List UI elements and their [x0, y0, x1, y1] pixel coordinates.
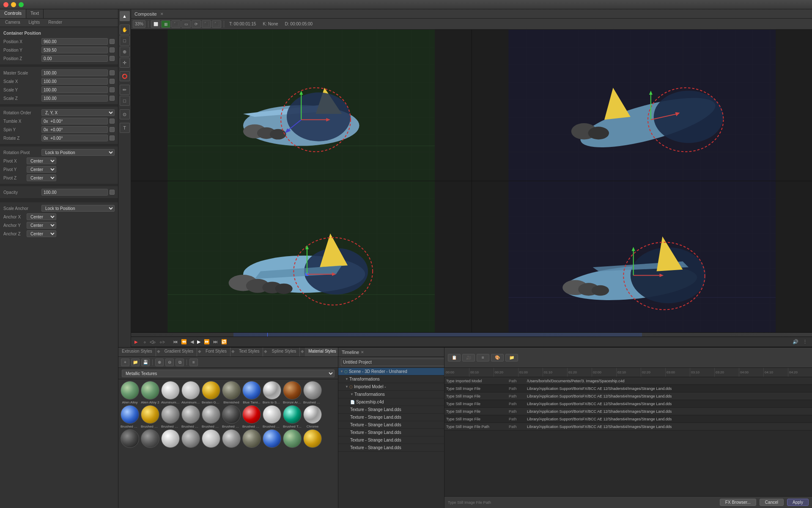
master-scale-checkbox[interactable] [110, 70, 115, 75]
tool-rect[interactable]: □ [120, 96, 130, 106]
material-item-28[interactable] [283, 429, 302, 449]
opacity-checkbox[interactable] [110, 190, 115, 195]
position-x-checkbox[interactable] [110, 39, 115, 44]
window-controls[interactable] [3, 2, 24, 7]
settings-btn[interactable]: ⋮ [801, 339, 809, 345]
scale-y-checkbox[interactable] [110, 87, 115, 92]
material-item-11[interactable]: Brushed Gold [140, 405, 160, 428]
material-item-7[interactable]: Born to Shine [262, 381, 282, 404]
style-tab-font[interactable]: Font Styles [202, 348, 230, 356]
mat-btn-add[interactable]: ⊕ [155, 359, 164, 366]
prev-keyframe-btn[interactable]: ◁⬦ [148, 339, 157, 345]
view-btn-7[interactable]: ⬛ [212, 20, 221, 28]
tool-eye[interactable]: ⊙ [120, 109, 130, 119]
material-item-29[interactable] [303, 429, 322, 449]
material-item-26[interactable] [242, 429, 261, 449]
tumble-x-input[interactable] [41, 118, 108, 124]
timeline-scrubber[interactable] [131, 332, 812, 337]
material-item-0[interactable]: Alien Alloy [120, 381, 140, 404]
material-item-1[interactable]: Alien Alloy 2 [140, 381, 160, 404]
tool-text[interactable]: T [120, 123, 130, 133]
view-btn-6[interactable]: ⬛ [202, 20, 211, 28]
material-item-22[interactable] [161, 429, 180, 449]
scale-z-checkbox[interactable] [110, 96, 115, 101]
data-row-3[interactable]: Type Still Image FilePathLibrary/Applica… [444, 400, 812, 408]
zoom-level[interactable]: 33% [133, 20, 145, 28]
anchor-x-select[interactable]: Center [27, 213, 56, 220]
position-x-input[interactable] [41, 38, 108, 45]
material-item-9[interactable]: Brushed Bl... [303, 381, 322, 404]
anchor-y-select[interactable]: Center [27, 222, 56, 229]
scale-anchor-select[interactable]: Lock to Position [41, 205, 115, 212]
style-tab-text[interactable]: Text Styles [236, 348, 263, 356]
material-item-19[interactable]: Chrome [303, 405, 322, 428]
mat-btn-dup[interactable]: ⧉ [176, 359, 184, 366]
go-start-btn[interactable]: ⏮ [172, 339, 179, 345]
data-color-btn[interactable]: 🎨 [491, 354, 504, 362]
data-row-5[interactable]: Type Still Image FilePathLibrary/Applica… [444, 415, 812, 423]
rotation-pivot-select[interactable]: Lock to Position [41, 149, 115, 156]
audio-btn[interactable]: 🔊 [791, 339, 800, 345]
position-z-checkbox[interactable] [110, 56, 115, 61]
data-list-btn[interactable]: ≡ [477, 354, 489, 362]
style-tab-gradient[interactable]: Gradient Styles [161, 348, 197, 356]
view-btn-3[interactable]: ⬛ [171, 20, 181, 28]
tool-hand[interactable]: ✋ [120, 25, 130, 35]
data-project-btn[interactable]: 📋 [448, 354, 461, 362]
rotate-z-checkbox[interactable] [110, 135, 115, 141]
close-button[interactable] [3, 2, 8, 7]
material-item-25[interactable] [222, 429, 241, 449]
spin-y-checkbox[interactable] [110, 127, 115, 132]
maximize-button[interactable] [19, 2, 24, 7]
play-btn[interactable]: ▶ [196, 339, 202, 345]
material-item-8[interactable]: Bronze Arm... [283, 381, 302, 404]
timeline-close-icon[interactable]: ✕ [361, 350, 364, 354]
material-item-15[interactable]: Brushed Me... [222, 405, 241, 428]
next-keyframe-btn[interactable]: ⬦▷ [158, 339, 167, 345]
scale-x-input[interactable] [41, 78, 108, 85]
material-item-27[interactable] [262, 429, 282, 449]
mat-btn-list[interactable]: ≡ [189, 359, 198, 366]
data-row-1[interactable]: Type Still Image FilePathLibrary/Applica… [444, 385, 812, 392]
master-scale-input[interactable] [41, 69, 108, 76]
pivot-x-select[interactable]: Center [27, 157, 56, 164]
apply-btn[interactable]: Apply [787, 499, 809, 506]
cancel-btn[interactable]: Cancel [760, 499, 784, 506]
material-item-20[interactable] [120, 429, 140, 449]
rotate-z-input[interactable] [41, 135, 108, 141]
step-forward-btn[interactable]: ⏩ [203, 339, 211, 345]
style-tab-extrusion[interactable]: Extrusion Styles [118, 348, 156, 356]
position-y-checkbox[interactable] [110, 47, 115, 52]
data-camera-btn[interactable]: 🎥 [462, 354, 475, 362]
material-item-2[interactable]: Aluminum B... [161, 381, 180, 404]
data-folder-btn[interactable]: 📁 [505, 354, 518, 362]
tool-pencil[interactable]: ✏ [120, 85, 130, 95]
viewport-bottom-right[interactable] [472, 181, 812, 332]
spin-y-input[interactable] [41, 126, 108, 133]
style-tab-spline[interactable]: Spline Styles [268, 348, 300, 356]
tool-transform[interactable]: ✛ [120, 58, 130, 68]
material-item-21[interactable] [140, 429, 160, 449]
rotation-order-select[interactable]: Z, Y, X [41, 109, 115, 116]
position-z-input[interactable] [41, 55, 108, 62]
play-back-btn[interactable]: ◀ [189, 339, 195, 345]
view-btn-2[interactable]: ▦ [161, 20, 170, 28]
material-item-4[interactable]: Beaten Gold [201, 381, 221, 404]
tab-controls[interactable]: Controls [0, 9, 26, 18]
position-y-input[interactable] [41, 47, 108, 53]
add-keyframe-btn[interactable]: ⬦ [142, 339, 148, 345]
sub-tab-camera[interactable]: Camera [2, 19, 24, 26]
material-item-5[interactable]: Blemished [222, 381, 241, 404]
tool-select[interactable]: ▲ [120, 11, 130, 21]
material-item-12[interactable]: Brushed Gr... [161, 405, 180, 428]
scale-x-checkbox[interactable] [110, 79, 115, 84]
view-btn-4[interactable]: ▭ [181, 20, 191, 28]
mat-btn-new[interactable]: + [121, 359, 129, 366]
material-item-3[interactable]: Aluminum T... [181, 381, 200, 404]
go-end-btn[interactable]: ⏭ [212, 339, 219, 345]
project-select[interactable]: Untitled Project [341, 359, 453, 366]
viewport-top-right[interactable] [472, 30, 812, 181]
material-filter-select[interactable]: Metallic Textures [122, 370, 335, 377]
composite-close-icon[interactable]: ✕ [160, 12, 164, 16]
data-row-6[interactable]: Type Still Image File PathPathLibrary/Ap… [444, 423, 812, 431]
